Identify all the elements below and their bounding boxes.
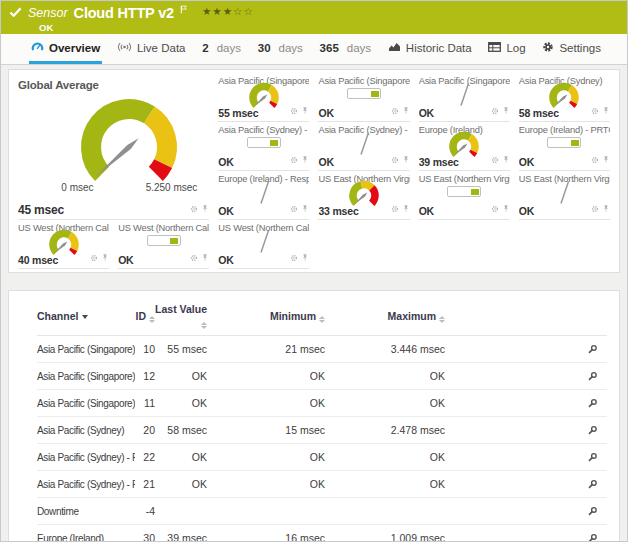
channel-gauge-value: OK	[419, 107, 434, 119]
sensor-type-label: Sensor	[28, 6, 68, 20]
flag-icon[interactable]	[180, 0, 188, 18]
panel-gear-icon[interactable]	[290, 248, 298, 266]
panel-pin-icon[interactable]	[301, 150, 309, 168]
panel-pin-icon[interactable]	[602, 150, 610, 168]
sensor-status-badge: OK	[39, 22, 617, 33]
channel-gauge-viz	[18, 233, 109, 248]
status-check-icon	[9, 4, 22, 22]
panel-pin-icon[interactable]	[301, 199, 309, 217]
channel-gauge-panel[interactable]: Europe (Ireland) 39 msec	[419, 122, 510, 171]
priority-stars[interactable]: ★★★☆☆	[202, 5, 254, 17]
tab-live-data[interactable]: Live Data	[115, 34, 188, 64]
row-minimum: 21 msec	[207, 343, 325, 355]
panel-action-icons	[290, 248, 309, 266]
channel-gauge-panel[interactable]: Asia Pacific (Sydney) 58 msec	[519, 73, 610, 122]
tab-overview[interactable]: Overview	[29, 34, 102, 64]
tab-historic-data[interactable]: Historic Data	[386, 34, 474, 64]
row-last-value: OK	[155, 370, 207, 382]
channel-gauge-panel[interactable]: US West (Northern California)... OK	[118, 220, 209, 269]
panel-action-icons	[190, 248, 209, 266]
channel-gauge-panel[interactable]: Asia Pacific (Sydney) - Respo... OK	[318, 122, 409, 171]
channel-lookup-viz	[519, 135, 610, 150]
channel-settings-wrench-icon[interactable]	[577, 452, 607, 463]
channel-gauge-title: US West (Northern California)...	[118, 223, 209, 233]
channel-gauge-panel[interactable]: US East (Northern Virginia) - ... OK	[519, 171, 610, 220]
panel-pin-icon[interactable]	[402, 101, 410, 119]
panel-gear-icon[interactable]	[491, 199, 499, 217]
panel-gear-icon[interactable]	[491, 101, 499, 119]
column-header-last-value[interactable]: Last Value	[155, 303, 207, 329]
panel-pin-icon[interactable]	[602, 199, 610, 217]
panel-pin-icon[interactable]	[502, 150, 510, 168]
tab-days[interactable]: 30days	[256, 34, 305, 64]
panel-gear-icon[interactable]	[591, 199, 599, 217]
channel-settings-wrench-icon[interactable]	[577, 425, 607, 436]
column-header-id[interactable]: ID	[135, 310, 155, 323]
channel-settings-wrench-icon[interactable]	[577, 506, 607, 517]
channel-gauge-panel[interactable]: Asia Pacific (Singapore) - Res... OK	[419, 73, 510, 122]
channel-settings-wrench-icon[interactable]	[577, 533, 607, 542]
panel-gear-icon[interactable]	[591, 150, 599, 168]
panel-pin-icon[interactable]	[402, 199, 410, 217]
panel-gear-icon[interactable]	[491, 150, 499, 168]
channel-settings-wrench-icon[interactable]	[577, 371, 607, 382]
channel-gauge-title: Asia Pacific (Singapore) - PR...	[318, 76, 409, 86]
panel-pin-icon[interactable]	[301, 248, 309, 266]
channel-gauge-panel[interactable]: Asia Pacific (Singapore) 55 msec	[218, 73, 309, 122]
channel-gauge-panel[interactable]: Europe (Ireland) - PRTG Cloud... OK	[519, 122, 610, 171]
row-minimum: OK	[207, 397, 325, 409]
channel-gauge-title: Asia Pacific (Sydney) - PRTG ...	[218, 125, 309, 135]
row-last-value: 39 msec	[155, 532, 207, 542]
panel-gear-icon[interactable]	[391, 199, 399, 217]
table-row: Asia Pacific (Sydney) - PR... 22 OK OK O…	[37, 444, 607, 471]
panel-pin-icon[interactable]	[502, 199, 510, 217]
channel-gauge-panel[interactable]: US West (Northern California)... OK	[218, 220, 309, 269]
column-header-maximum[interactable]: Maximum	[325, 310, 445, 323]
panel-gear-icon[interactable]	[391, 101, 399, 119]
panel-gear-icon[interactable]	[290, 150, 298, 168]
panel-pin-icon[interactable]	[602, 101, 610, 119]
channel-gauge-panel[interactable]: Asia Pacific (Singapore) - PR... OK	[318, 73, 409, 122]
channel-gauge-value: OK	[118, 254, 133, 266]
row-maximum: 2.478 msec	[325, 424, 445, 436]
panel-gear-icon[interactable]	[290, 101, 298, 119]
channel-settings-wrench-icon[interactable]	[577, 479, 607, 490]
channel-settings-wrench-icon[interactable]	[577, 344, 607, 355]
channel-lookup-viz	[218, 135, 309, 150]
panel-gear-icon[interactable]	[391, 150, 399, 168]
panel-pin-icon[interactable]	[201, 248, 209, 266]
table-row: Europe (Ireland) 30 39 msec 16 msec 1.00…	[37, 525, 607, 542]
panel-gear-icon[interactable]	[190, 199, 198, 217]
channel-settings-wrench-icon[interactable]	[577, 398, 607, 409]
channel-table-panel: Channel ID Last Value Minimum Maximum As…	[8, 290, 620, 542]
tab-settings[interactable]: Settings	[540, 34, 603, 64]
panel-gear-icon[interactable]	[190, 248, 198, 266]
panel-pin-icon[interactable]	[502, 101, 510, 119]
channel-gauge-panel[interactable]: Europe (Ireland) - Response C... OK	[218, 171, 309, 220]
panel-gear-icon[interactable]	[90, 248, 98, 266]
channel-gauge-value: OK	[419, 205, 434, 217]
global-average-panel[interactable]: Global Average 0 msec 5.250 msec 45 msec	[18, 73, 209, 220]
row-last-value: 58 msec	[155, 424, 207, 436]
row-channel-name: Downtime	[37, 506, 135, 517]
column-header-minimum[interactable]: Minimum	[207, 310, 325, 323]
channel-gauge-panel[interactable]: US East (Northern Virginia) 33 msec	[318, 171, 409, 220]
panel-gear-icon[interactable]	[591, 101, 599, 119]
panel-pin-icon[interactable]	[301, 101, 309, 119]
panel-action-icons	[591, 150, 610, 168]
panel-pin-icon[interactable]	[101, 248, 109, 266]
panel-gear-icon[interactable]	[290, 199, 298, 217]
column-header-channel[interactable]: Channel	[37, 310, 135, 323]
channel-gauge-panel[interactable]: US East (Northern Virginia) - ... OK	[419, 171, 510, 220]
channel-gauge-value: OK	[218, 205, 233, 217]
tab-days[interactable]: 365days	[318, 34, 373, 64]
tab-days[interactable]: 2days	[200, 34, 243, 64]
panel-action-icons	[591, 199, 610, 217]
tab-log[interactable]: Log	[486, 34, 527, 64]
panel-pin-icon[interactable]	[402, 150, 410, 168]
panel-pin-icon[interactable]	[201, 199, 209, 217]
panel-action-icons	[391, 199, 410, 217]
row-channel-name: Asia Pacific (Singapore) - ...	[37, 398, 135, 409]
channel-gauge-panel[interactable]: US West (Northern California) 40 msec	[18, 220, 109, 269]
channel-gauge-panel[interactable]: Asia Pacific (Sydney) - PRTG ... OK	[218, 122, 309, 171]
